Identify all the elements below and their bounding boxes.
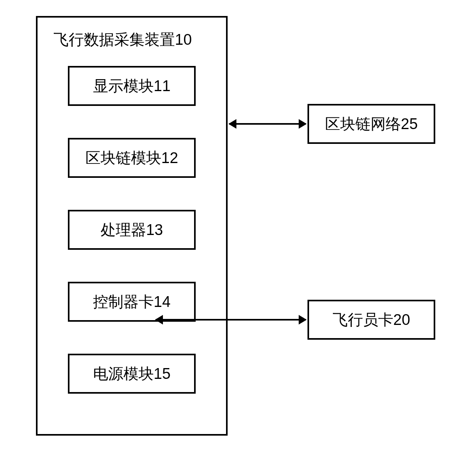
arrow-device-network bbox=[229, 123, 306, 125]
arrow-controller-pilot bbox=[156, 319, 306, 321]
module-processor: 处理器13 bbox=[68, 210, 196, 250]
pilot-card-box: 飞行员卡20 bbox=[307, 300, 435, 340]
module-blockchain: 区块链模块12 bbox=[68, 138, 196, 178]
device-title: 飞行数据采集装置10 bbox=[50, 30, 214, 50]
module-display: 显示模块11 bbox=[68, 66, 196, 106]
module-controller-card: 控制器卡14 bbox=[68, 282, 196, 322]
blockchain-network-box: 区块链网络25 bbox=[307, 104, 435, 144]
module-power: 电源模块15 bbox=[68, 354, 196, 394]
main-device-box: 飞行数据采集装置10 显示模块11 区块链模块12 处理器13 控制器卡14 电… bbox=[36, 16, 228, 436]
